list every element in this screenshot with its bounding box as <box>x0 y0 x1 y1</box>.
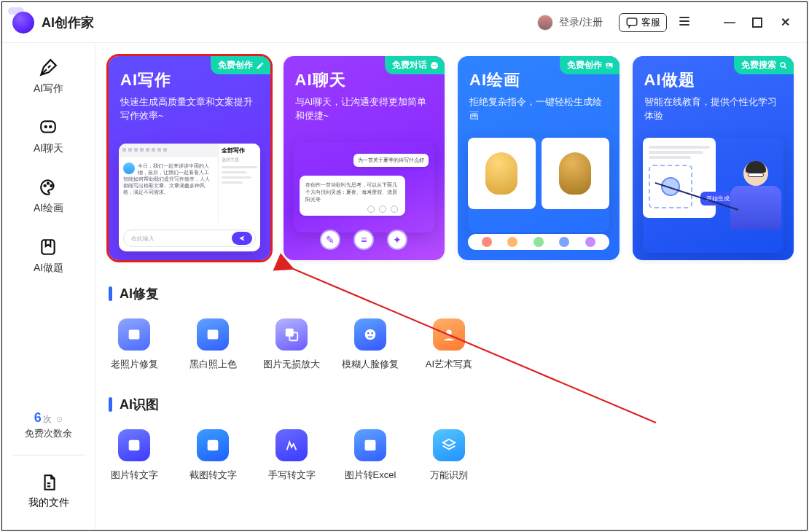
window-minimize-button[interactable]: — <box>718 11 741 34</box>
svg-rect-26 <box>365 440 376 451</box>
card-badge: 免费创作 <box>560 56 620 74</box>
nav-label: AI绘画 <box>34 202 63 215</box>
login-link[interactable]: 登录/注册 <box>559 16 603 29</box>
tool-universal-ocr[interactable]: 万能识别 <box>423 429 474 482</box>
titlebar: AI创作家 登录/注册 客服 — ✕ <box>2 2 807 43</box>
card-preview: 全部写作 选择主题 今日，我们一起来讲讲中国的人物，最后，让我们一起看看人工智能… <box>119 144 260 251</box>
card-preview: 为一首关于夏季的诗写什么好 在创作一首诗歌时先思考，可以从下面几个方向找到灵感：… <box>294 142 435 232</box>
free-count[interactable]: 6次 ⊙ 免费次数余 <box>25 410 72 440</box>
chat-bubble-icon <box>625 16 638 29</box>
customer-service-button[interactable]: 客服 <box>619 13 667 32</box>
tool-screenshot-to-text[interactable]: 截图转文字 <box>187 429 238 482</box>
tool-image-to-text[interactable]: 图片转文字 <box>109 429 160 482</box>
card-preview: 开始生成 <box>643 138 784 253</box>
feature-cards-row: 免费创作 AI写作 快速生成高质量文章和文案提升写作效率~ 全部写作 选择主题 <box>109 56 794 260</box>
free-count-label: 免费次数余 <box>25 427 72 440</box>
svg-point-23 <box>446 330 451 335</box>
nav-label: AI写作 <box>34 82 63 95</box>
tool-handwriting-to-text[interactable]: 手写转文字 <box>266 429 317 482</box>
card-badge: 免费搜索 <box>734 56 794 74</box>
svg-point-9 <box>432 65 434 66</box>
pen-nib-icon <box>38 58 58 78</box>
svg-point-20 <box>365 329 376 340</box>
nav-ai-draw[interactable]: AI绘画 <box>34 177 63 215</box>
section-title: AI识图 <box>120 396 159 413</box>
svg-point-14 <box>781 63 785 67</box>
card-ai-draw[interactable]: 免费创作 AI绘画 拒绝复杂指令，一键轻松生成绘画 一个可爱的黄金小人 <box>458 56 620 260</box>
svg-point-13 <box>607 64 609 66</box>
section-ai-ocr: AI识图 图片转文字 截图转文字 手写转文字 图片转Excel 万能识别 <box>109 396 794 482</box>
svg-point-11 <box>435 65 437 66</box>
nav-label: AI做题 <box>34 262 63 275</box>
card-ai-chat[interactable]: 免费对话 AI聊天 与AI聊天，让沟通变得更加简单和便捷~ 为一首关于夏季的诗写… <box>284 56 445 260</box>
tool-old-photo-repair[interactable]: 老照片修复 <box>109 318 160 371</box>
svg-rect-16 <box>208 330 219 340</box>
palette-icon <box>38 177 58 197</box>
svg-point-10 <box>434 65 435 66</box>
card-ai-exercise[interactable]: 免费搜索 AI做题 智能在线教育，提供个性化学习体验 开始生成 <box>633 56 794 260</box>
teacher-illustration <box>722 158 789 260</box>
tool-ai-portrait[interactable]: AI艺术写真 <box>423 318 474 371</box>
card-badge: 免费对话 <box>385 56 445 74</box>
search-icon <box>779 61 788 70</box>
nav-ai-chat[interactable]: AI聊天 <box>34 117 63 155</box>
card-desc: 智能在线教育，提供个性化学习体验 <box>633 95 794 124</box>
image-icon <box>605 61 614 70</box>
app-logo <box>12 12 34 34</box>
section-ai-repair: AI修复 老照片修复 黑白照上色 图片无损放大 模糊人脸修复 AI艺术写真 <box>109 285 794 371</box>
tool-face-deblur[interactable]: 模糊人脸修复 <box>345 318 396 371</box>
card-ai-writing[interactable]: 免费创作 AI写作 快速生成高质量文章和文案提升写作效率~ 全部写作 选择主题 <box>109 56 270 260</box>
section-title: AI修复 <box>120 285 159 302</box>
sidebar: AI写作 AI聊天 AI绘画 AI做题 6次 ⊙ 免费次数余 <box>2 43 95 530</box>
svg-point-2 <box>45 126 47 128</box>
chat-icon <box>38 117 58 138</box>
edit-icon <box>256 61 265 70</box>
svg-point-3 <box>50 126 52 128</box>
svg-point-17 <box>209 332 212 335</box>
svg-point-5 <box>47 183 49 184</box>
window-maximize-button[interactable] <box>746 11 769 34</box>
nav-label: AI聊天 <box>34 142 63 155</box>
svg-point-21 <box>367 332 369 334</box>
tool-image-to-excel[interactable]: 图片转Excel <box>345 429 396 482</box>
tool-lossless-upscale[interactable]: 图片无损放大 <box>266 318 317 371</box>
free-count-number: 6 <box>34 410 42 425</box>
svg-rect-7 <box>42 240 55 254</box>
app-title: AI创作家 <box>42 14 94 31</box>
svg-point-4 <box>44 185 46 187</box>
bookmark-icon <box>38 237 58 257</box>
svg-rect-1 <box>42 121 56 132</box>
svg-rect-15 <box>129 330 140 340</box>
window-close-button[interactable]: ✕ <box>773 11 797 34</box>
card-preview: 一个可爱的黄金小人 <box>468 138 609 232</box>
svg-point-6 <box>51 185 52 187</box>
tool-bw-colorize[interactable]: 黑白照上色 <box>187 318 238 371</box>
file-icon <box>39 473 58 492</box>
dots-icon <box>430 61 439 70</box>
svg-point-22 <box>372 332 373 334</box>
hamburger-menu-button[interactable] <box>677 14 692 31</box>
card-desc: 与AI聊天，让沟通变得更加简单和便捷~ <box>284 95 445 124</box>
user-avatar[interactable] <box>537 15 553 31</box>
my-files-button[interactable]: 我的文件 <box>28 473 69 509</box>
main-content: 免费创作 AI写作 快速生成高质量文章和文案提升写作效率~ 全部写作 选择主题 <box>95 43 807 530</box>
nav-ai-writing[interactable]: AI写作 <box>34 58 63 95</box>
menu-icon <box>677 14 692 28</box>
card-desc: 拒绝复杂指令，一键轻松生成绘画 <box>458 95 620 124</box>
nav-ai-exercise[interactable]: AI做题 <box>34 237 63 275</box>
card-badge: 免费创作 <box>211 56 270 74</box>
card-desc: 快速生成高质量文章和文案提升写作效率~ <box>109 95 270 124</box>
refresh-icon: ⊙ <box>56 415 63 423</box>
